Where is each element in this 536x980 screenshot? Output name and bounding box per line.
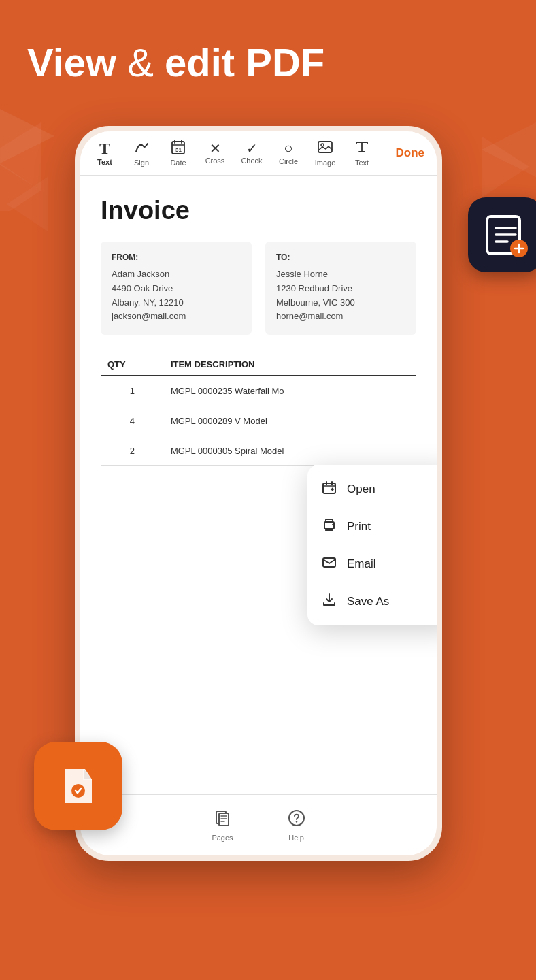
svg-rect-10: [324, 522, 334, 529]
cross-tool-icon: ✕: [210, 142, 221, 155]
toolbar-item-image[interactable]: Image: [307, 137, 343, 169]
address-section: FROM: Adam Jackson 4490 Oak Drive Albany…: [101, 242, 416, 335]
toolbar-item-text[interactable]: T Text: [87, 137, 122, 169]
pages-icon: [214, 809, 231, 831]
col-desc-header: ITEM DESCRIPTION: [164, 354, 416, 376]
pages-label: Pages: [212, 834, 233, 842]
bg-shape-1: [0, 109, 82, 214]
toolbar-item-date[interactable]: 31 Date: [161, 137, 196, 169]
table-row: 4 MGPL 0000289 V Model: [101, 406, 416, 436]
toolbar-item-text2[interactable]: Text: [344, 137, 380, 169]
from-details: Adam Jackson 4490 Oak Drive Albany, NY, …: [112, 267, 241, 324]
table-row: 1 MGPL 0000235 Waterfall Mo: [101, 376, 416, 406]
row-qty-2: 2: [101, 436, 164, 466]
text2-tool-icon: [354, 140, 369, 157]
toolbar-check-label: Check: [241, 157, 262, 165]
svg-marker-2: [482, 122, 536, 177]
toolbar-item-sign[interactable]: Sign: [124, 137, 159, 169]
toolbar-item-cross[interactable]: ✕ Cross: [197, 139, 233, 167]
to-city: Melbourne, VIC 300: [276, 297, 355, 308]
pdf-content: Invoice FROM: Adam Jackson 4490 Oak Driv…: [80, 176, 437, 480]
open-icon: [321, 480, 337, 498]
to-address: 1230 Redbud Drive: [276, 283, 352, 293]
row-desc-2: MGPL 0000305 Spiral Model: [164, 436, 416, 466]
svg-rect-12: [323, 558, 335, 567]
to-label: TO:: [276, 252, 405, 262]
phone-frame: T Text Sign 31: [75, 126, 442, 861]
from-address-box: FROM: Adam Jackson 4490 Oak Drive Albany…: [101, 242, 252, 335]
from-city: Albany, NY, 12210: [112, 297, 184, 308]
svg-marker-1: [0, 163, 41, 211]
nav-item-help[interactable]: Help: [288, 809, 305, 842]
from-email: jackson@mail.com: [112, 311, 186, 321]
toolbar-item-check[interactable]: ✓ Check: [234, 139, 269, 167]
row-qty-0: 1: [101, 376, 164, 406]
open-label: Open: [347, 483, 375, 496]
toolbar-text2-label: Text: [355, 159, 369, 167]
to-address-box: TO: Jessie Horne 1230 Redbud Drive Melbo…: [265, 242, 416, 335]
done-button[interactable]: Done: [390, 144, 431, 163]
circle-tool-icon: ○: [284, 141, 292, 156]
image-tool-icon: [318, 140, 333, 157]
email-icon: [321, 555, 337, 573]
to-details: Jessie Horne 1230 Redbud Drive Melbourne…: [276, 267, 405, 324]
nav-item-pages[interactable]: Pages: [212, 809, 233, 842]
bottom-nav: Pages Help: [80, 794, 437, 855]
print-label: Print: [347, 520, 371, 534]
menu-item-open[interactable]: Open: [307, 470, 437, 508]
text-tool-icon: T: [99, 140, 110, 157]
header-edit: edit PDF: [165, 40, 324, 84]
toolbar-date-label: Date: [170, 159, 186, 167]
help-label: Help: [288, 834, 304, 842]
table-row: 2 MGPL 0000305 Spiral Model: [101, 436, 416, 466]
svg-rect-9: [323, 483, 335, 493]
header-view: View: [27, 40, 116, 84]
to-name: Jessie Horne: [276, 269, 328, 279]
row-qty-1: 4: [101, 406, 164, 436]
toolbar-item-circle[interactable]: ○ Circle: [271, 138, 306, 168]
svg-point-11: [332, 524, 333, 525]
save-as-icon: [321, 592, 337, 610]
check-tool-icon: ✓: [246, 142, 258, 155]
invoice-table: QTY ITEM DESCRIPTION 1 MGPL 0000235 Wate…: [101, 354, 416, 466]
toolbar-sign-label: Sign: [134, 159, 149, 167]
svg-point-8: [321, 144, 324, 146]
header-ampersand: &: [116, 40, 165, 84]
menu-item-print[interactable]: Print: [307, 508, 437, 545]
date-tool-icon: 31: [171, 140, 186, 157]
print-icon: [321, 517, 337, 536]
app-icon-bottom: [34, 742, 122, 830]
svg-rect-14: [219, 813, 229, 826]
toolbar-text-label: Text: [97, 158, 112, 166]
help-icon: [288, 809, 305, 831]
save-as-label: Save As: [347, 595, 389, 608]
context-menu: Open Print: [307, 465, 437, 625]
from-label: FROM:: [112, 252, 241, 262]
from-address: 4490 Oak Drive: [112, 283, 173, 293]
sign-tool-icon: [134, 140, 149, 157]
toolbar: T Text Sign 31: [80, 131, 437, 176]
phone-inner: T Text Sign 31: [80, 131, 437, 855]
toolbar-image-label: Image: [315, 159, 336, 167]
toolbar-cross-label: Cross: [205, 157, 225, 165]
menu-item-save-as[interactable]: Save As: [307, 583, 437, 620]
svg-marker-0: [0, 109, 54, 163]
app-icon-top: [468, 197, 536, 272]
email-label: Email: [347, 557, 376, 571]
to-email: horne@mail.com: [276, 311, 343, 321]
from-name: Adam Jackson: [112, 269, 169, 279]
svg-text:31: 31: [175, 147, 182, 153]
row-desc-1: MGPL 0000289 V Model: [164, 406, 416, 436]
svg-point-16: [295, 821, 297, 822]
row-desc-0: MGPL 0000235 Waterfall Mo: [164, 376, 416, 406]
header: View & edit PDF: [27, 41, 509, 84]
col-qty-header: QTY: [101, 354, 164, 376]
toolbar-circle-label: Circle: [279, 157, 298, 165]
menu-item-email[interactable]: Email: [307, 545, 437, 583]
invoice-title: Invoice: [101, 196, 416, 225]
